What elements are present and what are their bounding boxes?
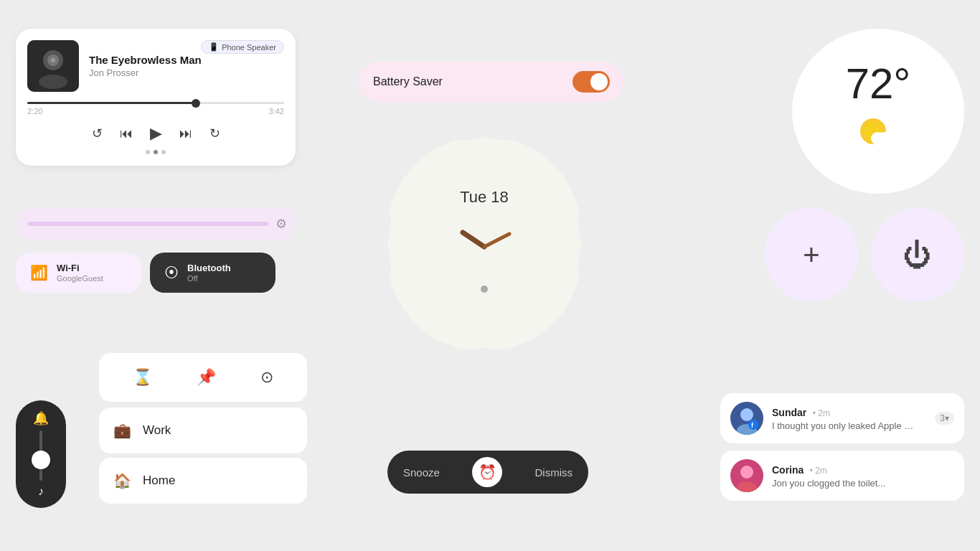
add-button[interactable]: + <box>765 208 858 301</box>
notif-time-corina: • 2m <box>810 466 827 476</box>
action-row: + ⏻ <box>765 208 964 301</box>
music-info: The Eyebrowless Man Jon Prosser <box>89 54 284 78</box>
home-item[interactable]: 🏠 Home <box>99 458 307 504</box>
clock-face <box>441 218 527 276</box>
music-progress[interactable]: 2:20 3:42 <box>27 102 284 116</box>
notif-avatar-corina <box>730 459 763 492</box>
home-icon: 🏠 <box>113 472 131 489</box>
notif-avatar-sundar: f <box>730 402 763 435</box>
notif-name-corina: Corina <box>772 464 804 476</box>
prev-button[interactable]: ⏮ <box>120 126 133 141</box>
battery-saver-toggle[interactable] <box>573 71 610 93</box>
brightness-bar[interactable]: ⚙ <box>16 208 296 240</box>
alert-icon[interactable]: ⊙ <box>260 368 273 387</box>
notif-msg-sundar: I thought you only leaked Apple stuff... <box>772 420 915 431</box>
time-current: 2:20 <box>27 107 42 116</box>
weather-widget: 72° <box>792 29 964 194</box>
volume-thumb[interactable] <box>32 451 50 469</box>
quick-actions: ⌛ 📌 ⊙ 💼 Work 🏠 Home <box>99 353 307 508</box>
bt-label: Bluetooth <box>187 263 231 273</box>
work-label: Work <box>143 423 171 438</box>
network-row: 📶 Wi-Fi GoogleGuest ⦿ Bluetooth Off <box>16 253 275 293</box>
dot-2 <box>154 150 158 154</box>
clock-date: Tue 18 <box>460 188 509 207</box>
notif-name-sundar: Sundar <box>772 407 806 418</box>
weather-temp: 72° <box>846 62 911 105</box>
notifications-panel: f Sundar • 2m I thought you only leaked … <box>720 393 964 508</box>
weather-icon <box>853 111 903 154</box>
notif-item-sundar[interactable]: f Sundar • 2m I thought you only leaked … <box>720 393 964 443</box>
wifi-network: GoogleGuest <box>57 274 103 283</box>
volume-music-icon: ♪ <box>38 485 44 498</box>
svg-point-11 <box>883 131 895 143</box>
notif-content-corina: Corina • 2m Jon you clogged the toilet..… <box>772 463 954 489</box>
power-icon: ⏻ <box>903 239 932 271</box>
power-button[interactable]: ⏻ <box>871 208 964 301</box>
bluetooth-tile[interactable]: ⦿ Bluetooth Off <box>150 253 275 293</box>
battery-saver-label: Battery Saver <box>373 75 443 88</box>
hourglass-icon[interactable]: ⌛ <box>133 368 152 387</box>
svg-point-2 <box>39 75 67 89</box>
replay-button[interactable]: ↺ <box>92 126 103 141</box>
clock-widget: Tue 18 <box>387 136 581 366</box>
svg-line-5 <box>463 232 484 247</box>
music-title: The Eyebrowless Man <box>89 54 284 66</box>
work-item[interactable]: 💼 Work <box>99 408 307 453</box>
wifi-label: Wi-Fi <box>57 263 103 273</box>
dismiss-button[interactable]: Dismiss <box>535 466 573 479</box>
forward-button[interactable]: ↻ <box>209 126 220 141</box>
play-button[interactable]: ▶ <box>150 124 162 143</box>
brightness-fill <box>27 222 268 226</box>
dot-1 <box>146 150 150 154</box>
volume-bell-icon: 🔔 <box>33 410 49 426</box>
toggle-thumb <box>590 73 608 90</box>
wifi-tile[interactable]: 📶 Wi-Fi GoogleGuest <box>16 253 141 293</box>
briefcase-icon: 💼 <box>113 422 131 439</box>
volume-track[interactable] <box>39 430 42 481</box>
snooze-button[interactable]: Snooze <box>403 466 440 479</box>
clock-indicator <box>481 286 488 293</box>
notif-badge-sundar: 3▾ <box>935 412 954 425</box>
volume-slider[interactable]: 🔔 ♪ <box>16 400 66 508</box>
notif-msg-corina: Jon you clogged the toilet... <box>772 478 915 489</box>
svg-point-15 <box>748 420 758 430</box>
album-art <box>27 40 79 92</box>
output-badge: 📱 Phone Speaker <box>201 40 284 54</box>
music-page-dots <box>27 150 284 154</box>
qa-icons-row: ⌛ 📌 ⊙ <box>99 353 307 402</box>
svg-point-13 <box>740 408 753 421</box>
music-artist: Jon Prosser <box>89 67 284 78</box>
alarm-bar: Snooze ⏰ Dismiss <box>387 451 588 494</box>
music-player: The Eyebrowless Man Jon Prosser 📱 Phone … <box>16 29 296 166</box>
notif-time-sundar: • 2m <box>813 408 830 418</box>
music-controls: ↺ ⏮ ▶ ⏭ ↻ <box>27 124 284 143</box>
notif-content-sundar: Sundar • 2m I thought you only leaked Ap… <box>772 406 926 431</box>
battery-saver-card: Battery Saver <box>359 62 624 102</box>
svg-line-6 <box>484 234 509 247</box>
dot-3 <box>161 150 166 154</box>
bluetooth-icon: ⦿ <box>164 265 179 281</box>
home-label: Home <box>143 474 175 488</box>
svg-point-10 <box>871 132 884 145</box>
bt-status: Off <box>187 274 231 283</box>
notif-item-corina[interactable]: Corina • 2m Jon you clogged the toilet..… <box>720 451 964 501</box>
clock-background: Tue 18 <box>387 136 581 352</box>
brightness-icon: ⚙ <box>275 216 287 232</box>
wifi-icon: 📶 <box>30 264 48 281</box>
svg-point-18 <box>740 466 753 479</box>
svg-point-4 <box>51 58 55 62</box>
next-button[interactable]: ⏭ <box>179 126 192 141</box>
time-total: 3:42 <box>269 107 284 116</box>
alarm-icon: ⏰ <box>472 457 502 487</box>
pin-icon[interactable]: 📌 <box>197 368 216 387</box>
